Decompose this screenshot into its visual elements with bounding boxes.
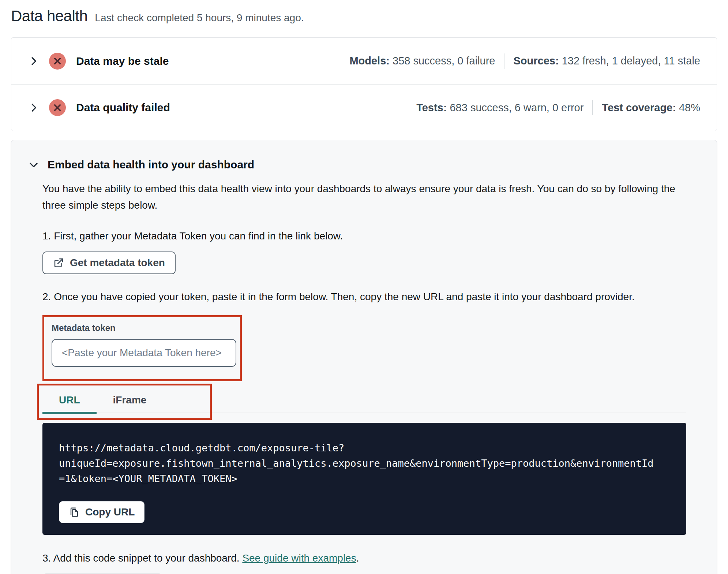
guide-link[interactable]: See guide with examples [242,552,356,564]
embed-url-code-block: https://metadata.cloud.getdbt.com/exposu… [42,423,686,535]
models-stat-label: Models: [349,55,390,67]
coverage-stat: Test coverage: 48% [602,102,700,114]
get-metadata-token-button[interactable]: Get metadata token [42,251,176,274]
error-x-circle-icon [49,53,66,70]
step-3-suffix: . [356,552,359,564]
copy-url-label: Copy URL [85,506,135,518]
metadata-token-label: Metadata token [52,323,233,333]
stat-divider [592,100,593,115]
chevron-right-icon[interactable] [28,102,40,113]
step-3-prefix: 3. Add this code snippet to your dashboa… [42,552,242,564]
sources-stat-value: 132 fresh, 1 delayed, 11 stale [562,55,700,67]
code-line: https://metadata.cloud.getdbt.com/exposu… [59,440,670,456]
status-row-quality[interactable]: Data quality failed Tests: 683 success, … [11,84,717,131]
code-line: uniqueId=exposure.fishtown_internal_anal… [59,456,670,471]
copy-icon [69,507,80,518]
data-health-page: Data health Last check completed 5 hours… [0,0,728,574]
embed-section-card: Embed data health into your dashboard Yo… [11,140,717,574]
output-tabs: URL iFrame [42,388,686,413]
tests-stat: Tests: 683 success, 6 warn, 0 error [416,102,583,114]
copy-url-button[interactable]: Copy URL [59,501,145,523]
code-line: =1&token=<YOUR_METADATA_TOKEN> [59,471,670,487]
status-row-title: Data quality failed [76,101,170,114]
error-x-circle-icon [49,99,66,116]
coverage-stat-value: 48% [679,102,700,113]
status-row-stats: Models: 358 success, 0 failure Sources: … [349,53,700,69]
status-row-title: Data may be stale [76,55,169,67]
status-card: Data may be stale Models: 358 success, 0… [11,37,717,131]
tab-url[interactable]: URL [42,388,97,414]
tests-stat-value: 683 success, 6 warn, 0 error [450,102,583,113]
sources-stat: Sources: 132 fresh, 1 delayed, 11 stale [513,55,700,67]
step-1-text: 1. First, gather your Metadata Token you… [42,230,700,242]
step-3-text: 3. Add this code snippet to your dashboa… [42,552,700,564]
coverage-stat-label: Test coverage: [602,102,676,113]
status-row-stale[interactable]: Data may be stale Models: 358 success, 0… [11,38,717,84]
embed-section-header[interactable]: Embed data health into your dashboard [28,159,700,171]
status-row-stats: Tests: 683 success, 6 warn, 0 error Test… [416,100,700,115]
last-check-status: Last check completed 5 hours, 9 minutes … [95,12,304,24]
external-link-icon [53,257,64,268]
tests-stat-label: Tests: [416,102,447,113]
tab-iframe[interactable]: iFrame [97,388,163,414]
tabs-row: URL iFrame [42,388,686,413]
stat-divider [504,53,504,69]
models-stat: Models: 358 success, 0 failure [349,55,495,67]
embed-description: You have the ability to embed this data … [42,180,686,213]
page-header: Data health Last check completed 5 hours… [11,7,717,25]
chevron-right-icon[interactable] [28,55,40,67]
step-2-text: 2. Once you have copied your token, past… [42,291,700,303]
models-stat-value: 358 success, 0 failure [393,55,495,67]
sources-stat-label: Sources: [513,55,559,67]
embed-section-body: You have the ability to embed this data … [42,180,700,574]
get-metadata-token-label: Get metadata token [70,257,165,269]
page-title: Data health [11,7,87,25]
chevron-down-icon[interactable] [28,159,40,171]
annotation-box-token: Metadata token [42,315,242,381]
metadata-token-input[interactable] [52,339,236,367]
embed-section-title: Embed data health into your dashboard [48,159,254,171]
